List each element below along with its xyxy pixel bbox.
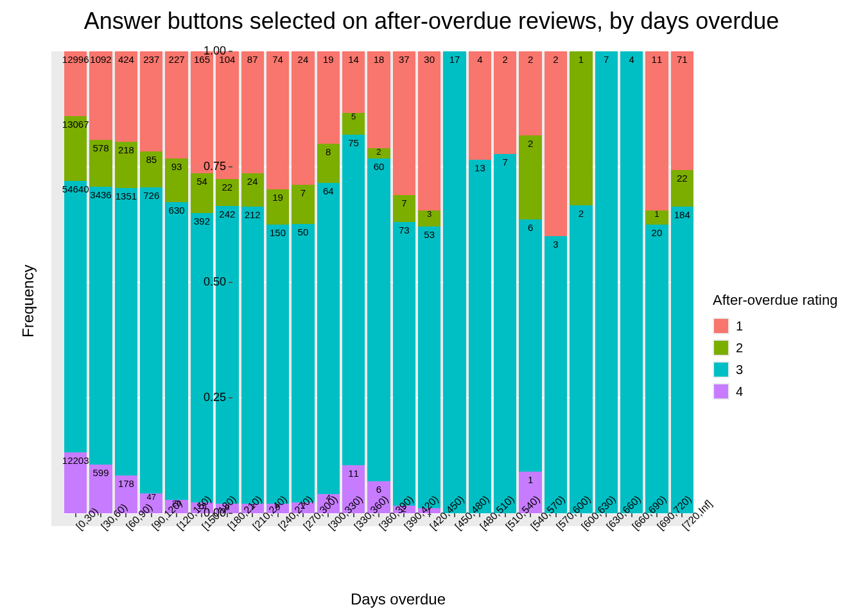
bar-segment-label: 12996 bbox=[62, 54, 89, 65]
bar-segment-rating-1: 2 bbox=[545, 51, 567, 236]
bar-segment-rating-4: 12203 bbox=[64, 452, 87, 513]
bar-segment-label: 64 bbox=[323, 185, 334, 196]
bar-segment-rating-2: 22 bbox=[671, 170, 693, 207]
bar-segment-label: 8 bbox=[326, 146, 331, 157]
plot-area: 1299613067546401220310925783436599424218… bbox=[64, 51, 693, 513]
x-tick-label: [60,90) bbox=[125, 522, 135, 533]
bar-segment-label: 392 bbox=[194, 216, 210, 227]
x-tick-label: [420,450) bbox=[428, 522, 438, 533]
bar-segment-label: 7 bbox=[503, 157, 508, 167]
bar: 377732 bbox=[393, 51, 415, 513]
x-tick-mark bbox=[227, 513, 228, 517]
bar-segment-label: 87 bbox=[247, 54, 258, 65]
bar-segment-label: 630 bbox=[169, 205, 185, 216]
bar-segment-label: 14 bbox=[348, 54, 359, 65]
bar: 4242181351178 bbox=[115, 51, 137, 513]
bar-segment-label: 22 bbox=[222, 182, 232, 193]
x-tick-label: [660,690) bbox=[630, 522, 640, 533]
bar-segment-rating-3: 20 bbox=[645, 225, 668, 513]
bar-segment-rating-3: 212 bbox=[241, 207, 264, 504]
bar-segment-rating-1: 1092 bbox=[89, 51, 112, 140]
bar-segment-label: 13 bbox=[475, 162, 485, 173]
bar-segment-rating-3: 75 bbox=[342, 135, 365, 465]
x-tick-label: [570,600) bbox=[554, 522, 564, 533]
bar-segment-rating-1: 74 bbox=[266, 51, 289, 189]
bar-segment-label: 74 bbox=[272, 54, 283, 65]
y-tick-mark bbox=[229, 513, 232, 514]
x-tick-label: [120,150) bbox=[175, 522, 185, 533]
bar-segment-label: 3436 bbox=[90, 189, 111, 200]
bar-segment-rating-3: 2 bbox=[570, 205, 592, 513]
bar-segment-label: 6 bbox=[528, 222, 533, 233]
x-tick-label: [330,360) bbox=[352, 522, 362, 533]
bar-segment-label: 20 bbox=[652, 227, 663, 238]
bar-segment-rating-1: 71 bbox=[671, 51, 693, 170]
bar-segment-label: 218 bbox=[118, 144, 134, 155]
x-tick-mark bbox=[327, 513, 329, 517]
bar-segment-rating-2: 19 bbox=[266, 189, 289, 225]
bar-segment-rating-1: 24 bbox=[292, 51, 314, 185]
bar-segment-label: 1351 bbox=[116, 191, 137, 201]
bar-segment-rating-2: 1 bbox=[645, 210, 668, 225]
bar-segment-label: 1 bbox=[528, 474, 533, 485]
bar-segment-rating-2: 578 bbox=[89, 140, 112, 187]
bar-segment-rating-2: 7 bbox=[292, 185, 314, 224]
bar-segment-rating-3: 7 bbox=[595, 51, 618, 513]
bar-segment-label: 3 bbox=[427, 209, 432, 219]
bar-segment-rating-3: 60 bbox=[367, 158, 390, 481]
x-tick-label: [360,390) bbox=[377, 522, 387, 533]
bar: 10925783436599 bbox=[89, 51, 112, 513]
bar-segment-rating-1: 12996 bbox=[64, 51, 87, 116]
legend-item: 4 bbox=[713, 381, 854, 402]
bar-segment-rating-2: 24 bbox=[241, 173, 264, 207]
x-tick-label: [720,Inf] bbox=[680, 522, 690, 533]
x-tick-mark bbox=[403, 513, 405, 517]
bar-segment-rating-1: 18 bbox=[367, 51, 390, 148]
x-tick-mark bbox=[505, 513, 506, 517]
bar-segment-label: 53 bbox=[424, 229, 435, 240]
bars: 1299613067546401220310925783436599424218… bbox=[64, 51, 693, 513]
bar-segment-rating-3: 7 bbox=[494, 154, 516, 513]
x-tick-label: [90,120) bbox=[150, 522, 160, 533]
bar-segment-label: 75 bbox=[348, 137, 359, 148]
x-tick-label: [270,300) bbox=[301, 522, 311, 533]
bar-segment-rating-1: 424 bbox=[115, 51, 137, 142]
bar-segment-label: 4 bbox=[629, 54, 634, 65]
legend-item: 2 bbox=[713, 337, 854, 359]
bar: 12996130675464012203 bbox=[64, 51, 87, 513]
x-tick-mark bbox=[378, 513, 379, 517]
x-tick-mark bbox=[151, 513, 152, 517]
chart-title: Answer buttons selected on after-overdue… bbox=[0, 8, 863, 35]
y-tick-label: 1.00 bbox=[187, 44, 226, 58]
bar-segment-label: 17 bbox=[449, 54, 460, 65]
x-tick-mark bbox=[681, 513, 683, 517]
bar-segment-rating-1: 2 bbox=[519, 51, 541, 135]
x-tick-label: [480,510) bbox=[478, 522, 489, 533]
y-tick-label: 0.25 bbox=[187, 391, 226, 404]
bar: 2261 bbox=[519, 51, 541, 513]
bar-segment-rating-1: 11 bbox=[645, 51, 668, 210]
bar-segment-label: 19 bbox=[272, 192, 283, 203]
bar-segment-rating-1: 2 bbox=[494, 51, 516, 154]
bar-segment-label: 4 bbox=[477, 54, 482, 65]
x-tick-mark bbox=[606, 513, 607, 517]
x-tick-label: [600,630) bbox=[579, 522, 589, 533]
x-tick-mark bbox=[580, 513, 582, 517]
bar-segment-rating-2: 5 bbox=[342, 113, 365, 135]
chart-container: Answer buttons selected on after-overdue… bbox=[0, 0, 863, 616]
bar: 2378572647 bbox=[140, 51, 162, 513]
bar-segment-label: 54640 bbox=[62, 184, 89, 194]
bar-segment-label: 2 bbox=[376, 147, 381, 157]
bar-segment-rating-3: 54640 bbox=[64, 181, 87, 452]
bar-segment-label: 85 bbox=[146, 154, 157, 165]
bar: 413 bbox=[469, 51, 491, 513]
bar-segment-rating-1: 4 bbox=[469, 51, 491, 160]
bar: 74191505 bbox=[266, 51, 289, 513]
bar-segment-label: 30 bbox=[424, 54, 435, 65]
y-tick-mark bbox=[229, 282, 232, 283]
x-tick-mark bbox=[353, 513, 354, 517]
bar-segment-rating-2: 7 bbox=[393, 195, 415, 222]
bar-segment-label: 6 bbox=[376, 484, 381, 495]
bar-segment-rating-3: 1351 bbox=[115, 188, 137, 475]
bar-segment-label: 599 bbox=[93, 467, 109, 478]
